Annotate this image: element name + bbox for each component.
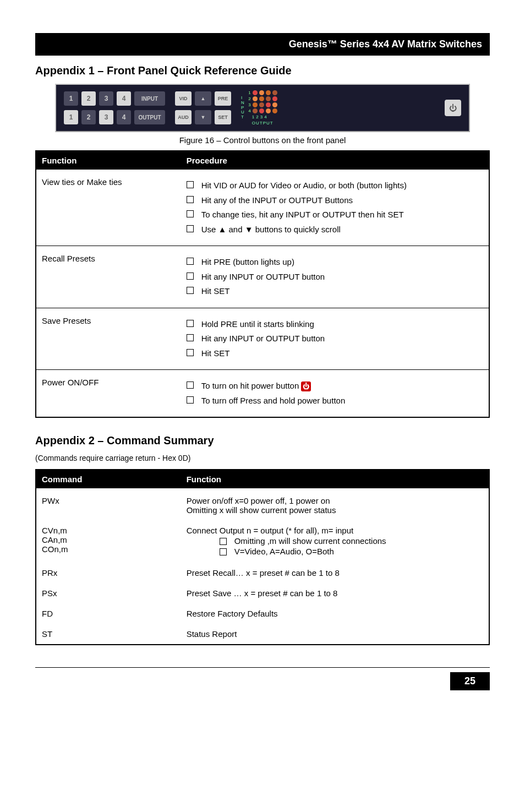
- list-item: Hit VID or AUD for Video or Audio, or bo…: [187, 179, 483, 192]
- table-row: Power ON/OFFTo turn on hit power button …: [36, 370, 489, 418]
- list-item-text: Hit any INPUT or OUTPUT button: [201, 271, 325, 284]
- function-table: Function Procedure View ties or Make tie…: [35, 150, 490, 418]
- checkbox-bullet: [187, 396, 194, 404]
- list-item-text: To turn off Press and hold power button: [201, 395, 346, 407]
- appendix1-heading: Appendix 1 – Front Panel Quick Reference…: [35, 64, 490, 77]
- input-btn-3: 3: [99, 91, 113, 106]
- list-item-text: Hit any of the INPUT or OUTPUT Buttons: [201, 194, 353, 207]
- up-btn: ▲: [195, 91, 211, 106]
- checkbox-bullet: [220, 548, 227, 555]
- pre-btn: PRE: [215, 91, 231, 106]
- list-item: Hit PRE (button lights up): [187, 256, 483, 269]
- input-btn-1: 1: [64, 91, 78, 106]
- fn-cell: Recall Presets: [36, 246, 181, 308]
- list-item-text: Hold PRE until it starts blinking: [201, 318, 314, 331]
- cmd-cell: PSx: [36, 583, 181, 603]
- list-item-text: To turn on hit power button ⏻: [201, 380, 311, 393]
- cmd-cell: CVn,mCAn,mCOn,m: [36, 520, 181, 563]
- cmd-desc-cell: Preset Save … x = preset # can be 1 to 8: [181, 583, 489, 603]
- title-bar: Genesis™ Series 4x4 AV Matrix Switches: [35, 33, 490, 56]
- th-procedure: Procedure: [181, 151, 489, 170]
- list-item-text: Use ▲ and ▼ buttons to quickly scroll: [201, 224, 341, 236]
- cmd-desc-cell: Power on/off x=0 power off, 1 power onOm…: [181, 488, 489, 520]
- set-btn: SET: [215, 110, 231, 124]
- checkbox-bullet: [187, 349, 194, 356]
- cmd-desc-cell: Restore Factory Defaults: [181, 603, 489, 624]
- checkbox-bullet: [187, 320, 194, 327]
- checkbox-bullet: [187, 181, 194, 188]
- procedure-cell: Hold PRE until it starts blinkingHit any…: [181, 308, 489, 370]
- table-row: View ties or Make tiesHit VID or AUD for…: [36, 170, 489, 246]
- table-row: Save PresetsHold PRE until it starts bli…: [36, 308, 489, 370]
- power-icon: ⏻: [301, 382, 311, 391]
- list-item: To turn off Press and hold power button: [187, 395, 483, 407]
- th-function: Function: [36, 151, 181, 170]
- cmd-cell: PWx: [36, 488, 181, 520]
- cmd-cell: ST: [36, 624, 181, 645]
- checkbox-bullet: [187, 196, 194, 203]
- input-label: INPUT: [134, 91, 165, 106]
- list-item-text: Hit SET: [201, 347, 230, 360]
- table-row: PWxPower on/off x=0 power off, 1 power o…: [36, 488, 489, 520]
- list-item-text: Omitting ,m will show current connection…: [234, 536, 386, 546]
- power-button-illustration: ⏻: [445, 100, 461, 116]
- procedure-cell: To turn on hit power button ⏻To turn off…: [181, 370, 489, 418]
- cmd-cell: FD: [36, 603, 181, 624]
- input-vertical-label: I N P U T: [241, 96, 244, 120]
- list-item: To change ties, hit any INPUT or OUTPUT …: [187, 209, 483, 221]
- command-table: Command Function PWxPower on/off x=0 pow…: [35, 469, 490, 645]
- down-btn: ▼: [195, 110, 211, 124]
- input-btn-2: 2: [81, 91, 96, 106]
- list-item: To turn on hit power button ⏻: [187, 380, 483, 393]
- list-item-text: Hit SET: [201, 285, 230, 298]
- list-item: Hit SET: [187, 347, 483, 360]
- list-item: Use ▲ and ▼ buttons to quickly scroll: [187, 224, 483, 236]
- table-row: STStatus Report: [36, 624, 489, 645]
- command-note: (Commands require carriage return - Hex …: [35, 454, 490, 462]
- output-btn-4: 4: [117, 110, 131, 124]
- th-cmd-function: Function: [181, 470, 489, 488]
- fn-cell: Save Presets: [36, 308, 181, 370]
- table-row: FDRestore Factory Defaults: [36, 603, 489, 624]
- list-item: Hit any INPUT or OUTPUT button: [187, 271, 483, 284]
- list-item-text: Hit PRE (button lights up): [201, 256, 294, 269]
- list-item: Hit SET: [187, 285, 483, 298]
- th-command: Command: [36, 470, 181, 488]
- procedure-cell: Hit VID or AUD for Video or Audio, or bo…: [181, 170, 489, 246]
- output-btn-1: 1: [64, 110, 78, 124]
- front-panel-illustration: 1 2 3 4 INPUT 1 2 3 4 OUTPUT VID ▲ PRE A…: [55, 84, 470, 132]
- procedure-cell: Hit PRE (button lights up)Hit any INPUT …: [181, 246, 489, 308]
- checkbox-bullet: [187, 273, 194, 280]
- vid-btn: VID: [175, 91, 192, 106]
- list-item: Omitting ,m will show current connection…: [220, 536, 483, 546]
- checkbox-bullet: [187, 210, 194, 217]
- input-btn-4: 4: [117, 91, 131, 106]
- output-btn-2: 2: [81, 110, 96, 124]
- led-matrix: 1 2 3 4 1 2 3 4 OUTPUT: [245, 90, 277, 126]
- table-row: PRxPreset Recall… x = preset # can be 1 …: [36, 563, 489, 583]
- page-footer: 25: [35, 667, 490, 690]
- fn-cell: View ties or Make ties: [36, 170, 181, 246]
- output-btn-3: 3: [99, 110, 113, 124]
- aud-btn: AUD: [175, 110, 192, 124]
- cmd-desc-cell: Connect Output n = output (* for all), m…: [181, 520, 489, 563]
- fn-cell: Power ON/OFF: [36, 370, 181, 418]
- cmd-cell: PRx: [36, 563, 181, 583]
- list-item: Hit any INPUT or OUTPUT button: [187, 333, 483, 345]
- checkbox-bullet: [187, 382, 194, 389]
- table-row: CVn,mCAn,mCOn,mConnect Output n = output…: [36, 520, 489, 563]
- list-item-text: Hit VID or AUD for Video or Audio, or bo…: [201, 179, 407, 192]
- checkbox-bullet: [187, 225, 194, 232]
- list-item-text: Hit any INPUT or OUTPUT button: [201, 333, 325, 345]
- checkbox-bullet: [220, 538, 227, 545]
- table-row: PSxPreset Save … x = preset # can be 1 t…: [36, 583, 489, 603]
- checkbox-bullet: [187, 258, 194, 265]
- checkbox-bullet: [187, 287, 194, 294]
- list-item-text: To change ties, hit any INPUT or OUTPUT …: [201, 209, 404, 221]
- cmd-desc-cell: Status Report: [181, 624, 489, 645]
- figure-caption: Figure 16 – Control buttons on the front…: [35, 135, 490, 145]
- appendix2-heading: Appendix 2 – Command Summary: [35, 434, 490, 447]
- cmd-desc-cell: Preset Recall… x = preset # can be 1 to …: [181, 563, 489, 583]
- power-icon: ⏻: [449, 103, 457, 112]
- list-item-text: V=Video, A=Audio, O=Both: [234, 547, 334, 556]
